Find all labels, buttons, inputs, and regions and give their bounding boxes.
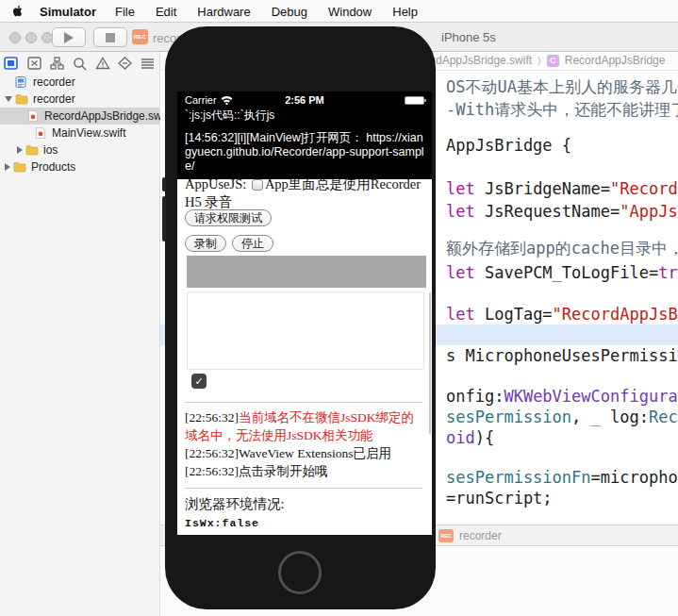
open-url-log: [14:56:32][i][MainView]打开网页： https://xia… <box>185 131 426 174</box>
menu-item-simulator[interactable]: Simulator <box>40 5 96 19</box>
breakpoint-navigator-icon[interactable] <box>114 55 137 72</box>
webview: AppUseJS: App里面总是使用Recorder H5 录音 请求权限测试… <box>177 179 432 535</box>
navigator-tab-bar <box>0 54 159 73</box>
file-label: RecordAppJsBridge.swift <box>44 109 171 123</box>
battery-icon <box>405 96 424 105</box>
sidebar-item-ios[interactable]: ios <box>0 142 159 158</box>
code-line: =runScript; <box>446 488 553 508</box>
code-line: let SavePCM_ToLogFile=tr <box>446 262 678 283</box>
project-navigator-sidebar: recorderrecorderRecordAppJsBridge.swiftM… <box>0 52 160 616</box>
file-label: recorder <box>33 75 75 89</box>
source-control-navigator-icon[interactable] <box>23 55 45 72</box>
swift-icon <box>34 127 52 139</box>
appusejs-checkbox[interactable] <box>252 179 263 191</box>
breadcrumb-symbol[interactable]: RecordAppJsBridge <box>565 54 666 67</box>
issue-navigator-icon[interactable] <box>91 55 114 72</box>
minimize-window-button[interactable] <box>25 32 37 43</box>
symbol-navigator-icon[interactable] <box>45 55 68 72</box>
file-label: ios <box>43 143 58 157</box>
code-line: let JsBridgeName="Record <box>446 178 678 199</box>
menu-item-edit[interactable]: Edit <box>156 5 176 19</box>
file-label: MainView.swift <box>52 126 125 140</box>
file-label: recorder <box>33 92 75 106</box>
stop-button[interactable] <box>93 27 127 47</box>
menu-item-hardware[interactable]: Hardware <box>197 5 250 19</box>
menu-item-debug[interactable]: Debug <box>272 5 307 19</box>
code-line: OS不动UA基本上别人的服务器几乎 <box>446 76 678 97</box>
web-log-line: [22:56:32]点击录制开始哦 <box>185 462 422 480</box>
stop-icon <box>106 33 115 42</box>
sidebar-item-recorder[interactable]: recorder <box>0 91 159 108</box>
breadcrumb-separator-icon: 〉 <box>537 55 541 67</box>
disclosure-triangle-icon[interactable] <box>17 146 23 154</box>
sidebar-item-recorder[interactable]: recorder <box>0 74 159 91</box>
ios-status-bar: Carrier 2:56 PM <box>177 93 432 107</box>
code-line: sesPermission, _ log:Rec <box>446 407 678 427</box>
divider <box>185 488 422 489</box>
js-exec-log: `:js:js代码::`执行js <box>185 108 274 124</box>
scheme-device-label[interactable]: iPhone 5s <box>441 30 496 44</box>
debug-app-icon: REC <box>438 529 454 542</box>
iphone-simulator-window: Carrier 2:56 PM `:js:js代码::`执行js [14:56:… <box>165 26 436 609</box>
code-line: oid){ <box>446 427 494 448</box>
web-log-line: [22:56:32]WaveView Extensions已启用 <box>185 444 422 462</box>
close-window-button[interactable] <box>9 32 21 43</box>
webview-scrollbar[interactable] <box>429 292 431 434</box>
request-permission-button[interactable]: 请求权限测试 <box>185 209 272 226</box>
find-navigator-icon[interactable] <box>68 55 91 72</box>
stop-record-button[interactable]: 停止 <box>232 235 273 252</box>
debug-process-label[interactable]: recorder <box>459 529 502 542</box>
project-navigator-icon[interactable] <box>0 55 23 72</box>
divider <box>185 402 422 403</box>
menu-items: SimulatorFileEditHardwareDebugWindowHelp <box>40 3 438 20</box>
report-navigator-icon[interactable] <box>137 55 159 72</box>
web-log-line: [22:56:32]当前域名不在微信JsSDK绑定的域名中，无法使用JsSDK相… <box>185 408 422 444</box>
code-line: sesPermissionFn=micropho <box>446 467 678 488</box>
apple-menu-icon[interactable] <box>11 4 25 18</box>
appusejs-line: AppUseJS: App里面总是使用Recorder H5 录音 <box>185 175 426 211</box>
file-tree: recorderrecorderRecordAppJsBridge.swiftM… <box>0 74 159 175</box>
code-line: AppJsBridge { <box>446 135 571 156</box>
code-line: s MicrophoneUsesPermissi <box>446 345 678 366</box>
record-button[interactable]: 录制 <box>185 235 226 252</box>
web-log-list: [22:56:32]当前域名不在微信JsSDK绑定的域名中，无法使用JsSDK相… <box>185 408 422 480</box>
env-iswx-value: IsWx:false <box>185 517 259 529</box>
simulator-screen: Carrier 2:56 PM `:js:js代码::`执行js [14:56:… <box>177 92 432 535</box>
folder-icon <box>25 144 43 156</box>
log-enable-checkbox[interactable]: ✓ <box>191 374 207 389</box>
project-icon <box>15 76 33 88</box>
sidebar-item-recordappjsbridge-swift[interactable]: RecordAppJsBridge.swift <box>0 108 159 125</box>
menu-item-file[interactable]: File <box>115 5 135 19</box>
menu-item-help[interactable]: Help <box>392 5 418 19</box>
volume-buttons <box>162 196 166 241</box>
disclosure-triangle-icon[interactable] <box>5 163 10 171</box>
menu-item-window[interactable]: Window <box>328 5 372 19</box>
sidebar-item-products[interactable]: Products <box>0 158 159 175</box>
class-badge-icon: C <box>547 55 559 67</box>
mute-switch <box>162 177 166 191</box>
file-label: Products <box>31 160 75 174</box>
folder-icon <box>13 161 31 173</box>
home-button[interactable] <box>278 551 322 594</box>
env-title: 浏览器环境情况: <box>185 495 285 513</box>
status-time: 2:56 PM <box>177 94 432 106</box>
swift-icon <box>26 110 44 122</box>
wave-panel <box>187 291 424 370</box>
macos-menu-bar: SimulatorFileEditHardwareDebugWindowHelp <box>0 0 678 23</box>
disclosure-triangle-icon[interactable] <box>5 96 12 102</box>
code-line: let JsRequestName="AppJs <box>446 201 678 222</box>
waveform-bar <box>187 256 426 288</box>
code-line: onfig:WKWebViewConfigura <box>446 386 678 407</box>
code-line: 额外存储到app的cache目录中， <box>446 238 678 258</box>
run-button[interactable] <box>52 27 86 47</box>
sidebar-item-mainview-swift[interactable]: MainView.swift <box>0 125 159 142</box>
native-log-header: Carrier 2:56 PM `:js:js代码::`执行js [14:56:… <box>177 92 432 179</box>
code-line: let LogTag="RecordAppJsB <box>446 304 678 325</box>
app-icon-rec: REC <box>132 29 148 44</box>
folder-icon <box>15 93 33 105</box>
play-icon <box>64 32 74 43</box>
code-line: -With请求头中，还能不能讲理了 <box>446 99 678 120</box>
